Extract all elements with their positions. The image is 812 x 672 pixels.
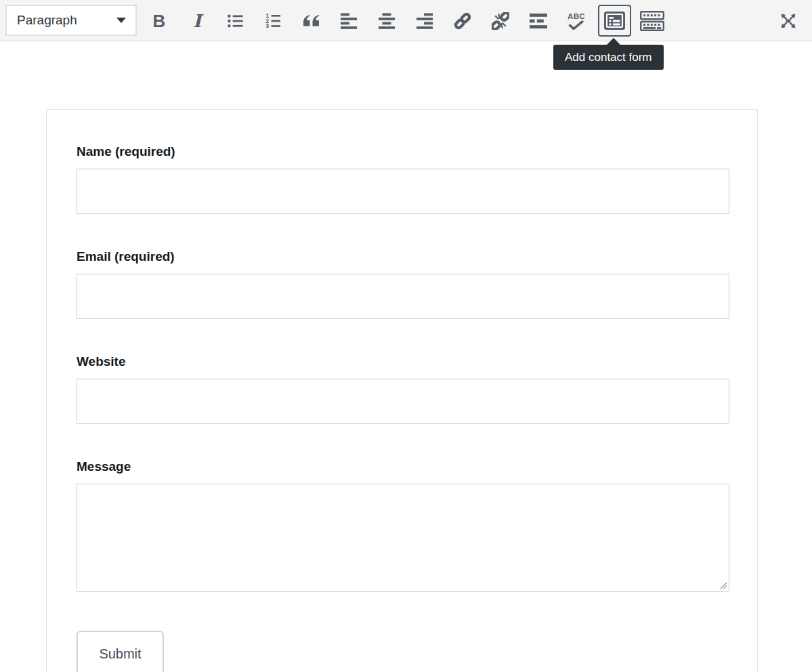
website-field-input[interactable] xyxy=(77,379,729,424)
message-field-label: Message xyxy=(77,459,729,474)
align-right-icon xyxy=(416,13,433,29)
spellcheck-icon: ABC xyxy=(568,12,585,30)
email-field-label: Email (required) xyxy=(77,249,729,264)
fullscreen-icon xyxy=(779,12,797,30)
textarea-resize-handle[interactable] xyxy=(720,582,727,589)
svg-text:3: 3 xyxy=(265,22,269,28)
active-button-outline xyxy=(598,5,631,37)
bold-button[interactable]: B xyxy=(140,0,178,41)
toolbar-buttons: B I 1 2 3 xyxy=(140,0,671,41)
numbered-list-button[interactable]: 1 2 3 xyxy=(254,0,292,41)
spellcheck-button[interactable]: ABC xyxy=(557,0,595,41)
classic-editor-screen: Paragraph B I xyxy=(0,0,812,672)
add-contact-form-button[interactable] xyxy=(595,0,633,41)
align-right-button[interactable] xyxy=(406,0,444,41)
fullscreen-button[interactable] xyxy=(769,0,807,41)
bullet-list-icon xyxy=(228,14,243,28)
blockquote-icon xyxy=(303,15,320,26)
dropdown-caret-icon xyxy=(116,18,126,23)
read-more-button[interactable] xyxy=(519,0,557,41)
tooltip-arrow xyxy=(607,38,620,45)
website-field-label: Website xyxy=(77,354,729,369)
italic-icon: I xyxy=(193,12,201,30)
align-left-icon xyxy=(341,13,357,29)
email-field-input[interactable] xyxy=(77,274,729,319)
contact-form-icon xyxy=(604,12,625,30)
italic-button[interactable]: I xyxy=(178,0,216,41)
remove-link-button[interactable] xyxy=(482,0,519,41)
paragraph-format-dropdown[interactable]: Paragraph xyxy=(5,5,137,36)
message-field-group: Message xyxy=(77,459,729,592)
align-left-button[interactable] xyxy=(330,0,368,41)
insert-link-button[interactable] xyxy=(444,0,482,41)
unlink-icon xyxy=(492,12,509,30)
keyboard-icon xyxy=(640,11,664,31)
align-center-button[interactable] xyxy=(368,0,406,41)
message-field-textarea[interactable] xyxy=(77,484,729,592)
name-field-input[interactable] xyxy=(77,169,729,214)
bullet-list-button[interactable] xyxy=(216,0,254,41)
numbered-list-icon: 1 2 3 xyxy=(265,13,281,28)
read-more-icon xyxy=(530,14,547,28)
toolbar-toggle-button[interactable] xyxy=(633,0,671,41)
editor-content-area[interactable]: Name (required) Email (required) Website… xyxy=(0,41,812,672)
name-field-label: Name (required) xyxy=(77,144,729,159)
add-contact-form-tooltip: Add contact form xyxy=(553,45,664,70)
paragraph-format-value: Paragraph xyxy=(17,13,77,28)
align-center-icon xyxy=(379,13,395,29)
link-icon xyxy=(454,12,471,30)
bold-icon: B xyxy=(153,12,166,30)
submit-button[interactable]: Submit xyxy=(77,631,164,672)
editor-toolbar: Paragraph B I xyxy=(0,0,812,41)
contact-form-preview-panel[interactable]: Name (required) Email (required) Website… xyxy=(46,109,758,672)
blockquote-button[interactable] xyxy=(292,0,330,41)
